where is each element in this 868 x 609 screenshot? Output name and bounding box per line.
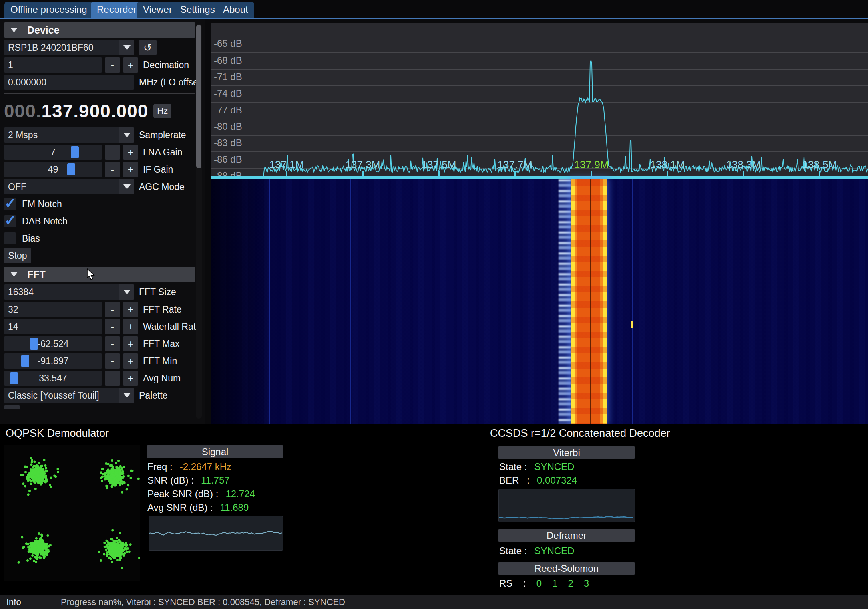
tab-settings[interactable]: Settings (174, 2, 221, 18)
freq-axis-label: 138.3M (726, 159, 761, 171)
fft-max-label: FFT Max (143, 339, 180, 349)
agc-mode-value: OFF (4, 181, 119, 192)
freq-axis-label: 138.5M (802, 159, 837, 171)
lna-gain-value: 7 (50, 147, 56, 158)
clipped-widget (4, 405, 20, 409)
signal-stat-row: Peak SNR (dB) :12.724 (147, 487, 255, 501)
if-gain-increase-button[interactable]: + (123, 162, 138, 177)
lna-gain-decrease-button[interactable]: - (105, 145, 120, 160)
decimation-input[interactable]: 1 (4, 57, 102, 73)
if-gain-label: IF Gain (143, 164, 173, 175)
fft-min-increase-button[interactable]: + (123, 353, 138, 369)
tab-viewer[interactable]: Viewer (137, 2, 178, 18)
waterfall-faint-line (350, 179, 351, 424)
collapse-arrow-icon (10, 272, 18, 277)
viterbi-state-row: State : SYNCED (499, 460, 577, 474)
tab-offline-processing[interactable]: Offline processing (4, 2, 93, 18)
tab-recorder[interactable]: Recorder (91, 2, 143, 18)
reed-solomon-value: 0 (536, 578, 542, 589)
fft-min-value: -91.897 (37, 356, 68, 367)
panel-scrollbar[interactable] (196, 24, 202, 419)
chevron-down-icon (119, 127, 134, 143)
fft-size-select[interactable]: 16384 (4, 284, 134, 300)
frequency-display[interactable]: 000. 137.900.000 Hz (4, 98, 205, 124)
signal-stat-value: 11.757 (201, 475, 230, 486)
palette-select[interactable]: Classic [Youssef Touil] (4, 388, 134, 403)
decimation-increase-button[interactable]: + (123, 57, 138, 73)
slider-grab[interactable] (67, 163, 75, 175)
waterfall-rate-input[interactable]: 14 (4, 319, 102, 334)
checkmark-icon: ✓ (4, 212, 16, 229)
freq-axis-label: 137.5M (422, 159, 456, 171)
spectrum-trace (211, 23, 868, 179)
samplerate-label: Samplerate (139, 130, 186, 141)
avg-num-slider[interactable]: 33.547 (4, 371, 102, 386)
signal-stat-value: 12.724 (225, 488, 255, 500)
freq-axis-label: 137.3M (346, 159, 380, 171)
refresh-icon: ↺ (143, 42, 152, 54)
status-info-label: Info (0, 597, 55, 607)
tab-about[interactable]: About (217, 2, 254, 18)
signal-stat-value: 11.689 (220, 502, 249, 513)
freq-axis-label: 137.7M (498, 159, 532, 171)
fft-max-decrease-button[interactable]: - (105, 336, 120, 351)
fft-min-decrease-button[interactable]: - (105, 353, 120, 369)
viterbi-state-value: SYNCED (534, 461, 574, 472)
fft-plot[interactable]: -65 dB-68 dB-71 dB-74 dB-77 dB-80 dB-83 … (211, 23, 868, 179)
dab-notch-checkbox[interactable]: ✓ (4, 215, 16, 227)
waterfall-signal-stripe (571, 179, 607, 424)
demodulator-title: OQPSK Demodulator (6, 427, 109, 440)
lna-gain-increase-button[interactable]: + (123, 145, 138, 160)
frequency-unit-chip[interactable]: Hz (153, 104, 171, 118)
waterfall-rate-increase-button[interactable]: + (123, 319, 138, 334)
tab-bar: Offline processing Recorder Viewer Setti… (0, 0, 868, 19)
signal-stat-label: Freq : (147, 461, 173, 472)
avg-num-increase-button[interactable]: + (123, 371, 138, 386)
slider-grab[interactable] (21, 355, 29, 367)
slider-grab[interactable] (71, 146, 79, 158)
chevron-down-icon (119, 179, 134, 194)
fft-rate-increase-button[interactable]: + (123, 302, 138, 317)
fft-max-value: -62.524 (37, 339, 68, 349)
decimation-decrease-button[interactable]: - (105, 57, 120, 73)
chevron-down-icon (119, 388, 134, 403)
waterfall-rate-decrease-button[interactable]: - (105, 319, 120, 334)
fft-rate-decrease-button[interactable]: - (105, 302, 120, 317)
samplerate-select[interactable]: 2 Msps (4, 127, 134, 143)
panel-scrollbar-thumb[interactable] (196, 25, 201, 168)
stop-button[interactable]: Stop (4, 248, 31, 263)
signal-stat-label: SNR (dB) : (147, 475, 194, 486)
fft-min-slider[interactable]: -91.897 (4, 353, 102, 369)
fft-max-increase-button[interactable]: + (123, 336, 138, 351)
viterbi-ber-value: 0.007324 (537, 475, 577, 486)
waterfall-display[interactable] (211, 179, 868, 424)
fft-section-title: FFT (27, 269, 46, 280)
fft-section-header[interactable]: FFT (4, 267, 195, 282)
waterfall-rate-label: Waterfall Rate (143, 321, 201, 332)
if-gain-decrease-button[interactable]: - (105, 162, 120, 177)
avg-num-label: Avg Num (143, 373, 181, 384)
if-gain-slider[interactable]: 49 (4, 162, 102, 177)
waterfall-faint-line (709, 179, 709, 424)
device-section-header[interactable]: Device (4, 22, 195, 38)
signal-stat-value: -2.2647 kHz (180, 461, 231, 472)
signal-panel-header: Signal (147, 445, 283, 458)
lna-gain-slider[interactable]: 7 (4, 145, 102, 160)
slider-grab[interactable] (10, 372, 18, 384)
bias-checkbox[interactable] (4, 232, 16, 244)
fft-max-slider[interactable]: -62.524 (4, 336, 102, 351)
avg-num-decrease-button[interactable]: - (105, 371, 120, 386)
fm-notch-checkbox[interactable]: ✓ (4, 198, 16, 210)
agc-mode-select[interactable]: OFF (4, 179, 134, 194)
reed-solomon-value: 2 (568, 578, 573, 589)
slider-grab[interactable] (30, 338, 38, 350)
decimation-label: Decimation (143, 60, 189, 71)
mouse-cursor (86, 268, 98, 280)
fft-rate-input[interactable]: 32 (4, 302, 102, 317)
signal-stat-label: Avg SNR (dB) : (147, 502, 213, 513)
refresh-devices-button[interactable]: ↺ (139, 40, 157, 55)
frequency-dim-digits: 000. (4, 100, 42, 122)
device-source-select[interactable]: RSP1B 240201BF60 (4, 40, 134, 55)
deframer-state-label: State : (499, 545, 527, 557)
lo-offset-input[interactable]: 0.000000 (4, 75, 134, 90)
